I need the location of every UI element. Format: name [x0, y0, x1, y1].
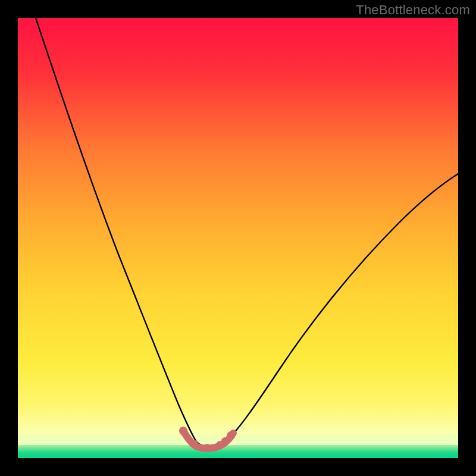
- plot-area: [18, 18, 458, 458]
- highlight-dot: [227, 431, 235, 440]
- highlight-dot: [179, 427, 187, 435]
- highlight-dot: [203, 444, 211, 452]
- curve-path: [36, 18, 458, 446]
- watermark-text: TheBottleneck.com: [356, 2, 470, 18]
- highlight-dot: [190, 440, 198, 448]
- bottleneck-curve: [18, 18, 458, 458]
- chart-frame: TheBottleneck.com: [0, 0, 476, 476]
- highlight-dot: [221, 437, 228, 444]
